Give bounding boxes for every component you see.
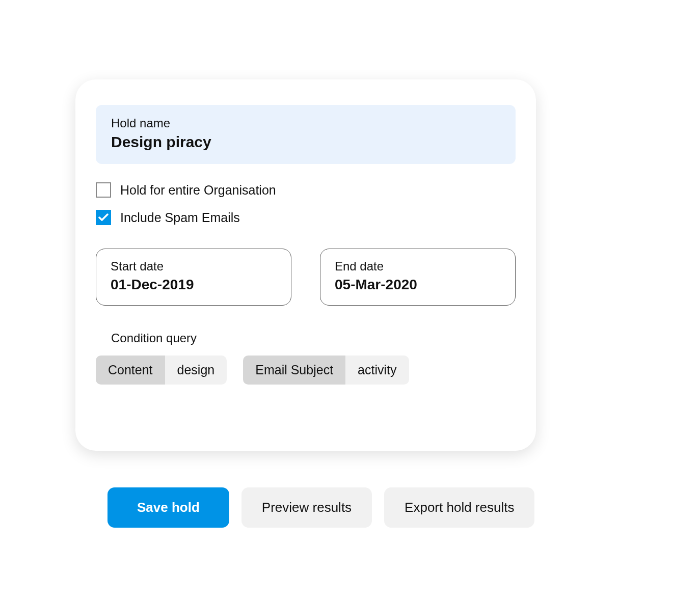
start-date-label: Start date — [111, 259, 277, 274]
chip-value: design — [165, 356, 227, 385]
end-date-label: End date — [335, 259, 501, 274]
start-date-value: 01-Dec-2019 — [111, 277, 277, 293]
save-hold-button[interactable]: Save hold — [107, 487, 229, 528]
hold-name-field[interactable]: Hold name Design piracy — [96, 105, 516, 164]
checkbox-entire-org-label: Hold for entire Organisation — [120, 183, 276, 198]
checkbox-include-spam-row[interactable]: Include Spam Emails — [96, 210, 516, 225]
condition-chips-row: Content design Email Subject activity — [96, 356, 516, 385]
condition-chip-content[interactable]: Content design — [96, 356, 227, 385]
checkbox-include-spam[interactable] — [96, 210, 111, 225]
hold-form-card: Hold name Design piracy Hold for entire … — [75, 79, 536, 451]
chip-value: activity — [345, 356, 409, 385]
checkbox-entire-org[interactable] — [96, 182, 111, 198]
check-icon — [98, 213, 109, 222]
checkbox-include-spam-label: Include Spam Emails — [120, 210, 240, 225]
start-date-field[interactable]: Start date 01-Dec-2019 — [96, 249, 291, 306]
hold-name-label: Hold name — [111, 116, 500, 130]
action-buttons-row: Save hold Preview results Export hold re… — [107, 487, 534, 528]
preview-results-button[interactable]: Preview results — [241, 487, 372, 528]
end-date-field[interactable]: End date 05-Mar-2020 — [320, 249, 516, 306]
chip-key: Email Subject — [243, 356, 345, 385]
checkbox-entire-org-row[interactable]: Hold for entire Organisation — [96, 182, 516, 198]
condition-chip-email-subject[interactable]: Email Subject activity — [243, 356, 409, 385]
export-hold-results-button[interactable]: Export hold results — [384, 487, 534, 528]
chip-key: Content — [96, 356, 165, 385]
hold-name-value: Design piracy — [111, 133, 500, 151]
date-range-row: Start date 01-Dec-2019 End date 05-Mar-2… — [96, 249, 516, 306]
condition-query-title: Condition query — [111, 331, 516, 345]
condition-query-section: Condition query Content design Email Sub… — [96, 331, 516, 385]
end-date-value: 05-Mar-2020 — [335, 277, 501, 293]
